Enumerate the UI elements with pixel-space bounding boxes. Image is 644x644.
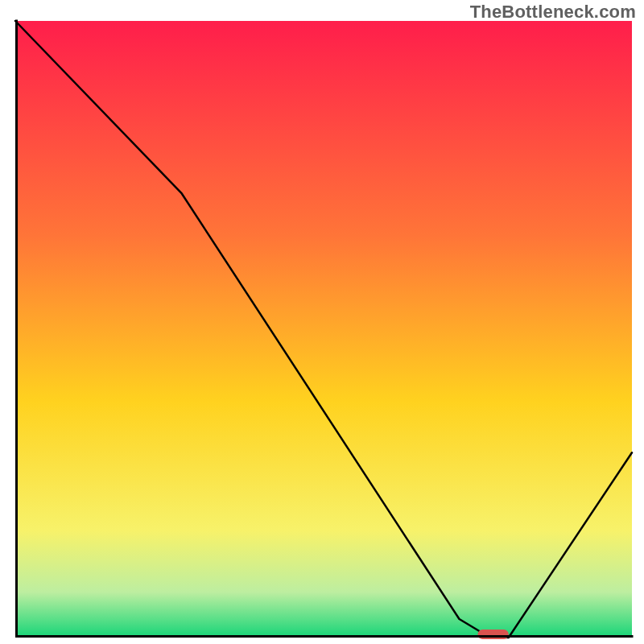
- chart-svg: [14, 19, 634, 639]
- bottleneck-chart: [14, 19, 634, 639]
- svg-rect-1: [478, 630, 509, 639]
- svg-rect-0: [18, 21, 632, 635]
- chart-container: TheBottleneck.com: [0, 0, 644, 644]
